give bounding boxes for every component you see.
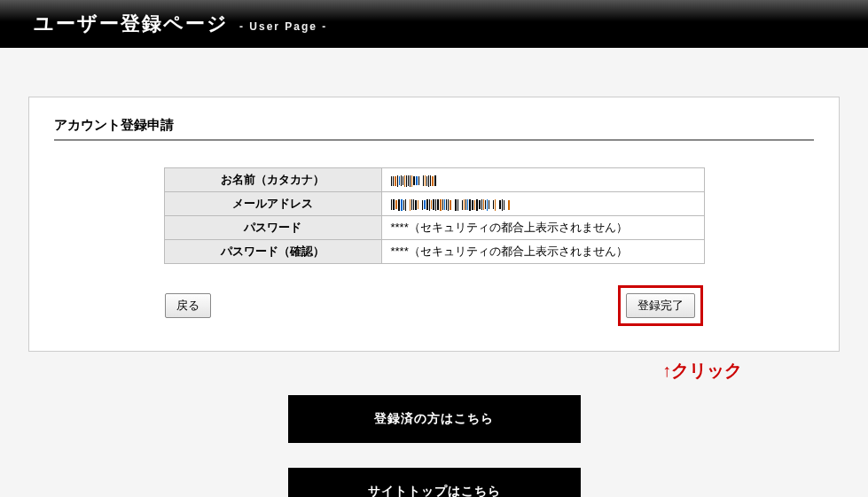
click-annotation: ↑クリック	[28, 359, 840, 383]
value-password: ****（セキュリティの都合上表示されません）	[381, 216, 704, 240]
page-subtitle: - User Page -	[239, 20, 327, 33]
label-password: パスワード	[164, 216, 381, 240]
back-button[interactable]: 戻る	[165, 293, 211, 318]
label-email: メールアドレス	[164, 192, 381, 216]
page-header: ユーザー登録ページ - User Page -	[0, 0, 868, 48]
table-row: お名前（カタカナ）	[164, 168, 704, 192]
already-registered-button[interactable]: 登録済の方はこちら	[288, 395, 581, 443]
obscured-name-value	[391, 174, 440, 187]
button-row: 戻る 登録完了	[54, 285, 814, 326]
site-top-button[interactable]: サイトトップはこちら	[288, 468, 581, 497]
obscured-email-value	[391, 198, 511, 211]
section-title: アカウント登録申請	[54, 117, 814, 141]
submit-highlight: 登録完了	[618, 285, 703, 326]
submit-button[interactable]: 登録完了	[626, 293, 695, 318]
value-password-confirm: ****（セキュリティの都合上表示されません）	[381, 240, 704, 264]
label-name: お名前（カタカナ）	[164, 168, 381, 192]
table-row: パスワード ****（セキュリティの都合上表示されません）	[164, 216, 704, 240]
page-title: ユーザー登録ページ	[34, 11, 229, 37]
label-password-confirm: パスワード（確認）	[164, 240, 381, 264]
table-row: メールアドレス	[164, 192, 704, 216]
value-email	[381, 192, 704, 216]
registration-card: アカウント登録申請 お名前（カタカナ） メールアドレス パスワード ****（セ…	[28, 97, 840, 352]
page-body: アカウント登録申請 お名前（カタカナ） メールアドレス パスワード ****（セ…	[0, 48, 868, 497]
value-name	[381, 168, 704, 192]
form-table: お名前（カタカナ） メールアドレス パスワード ****（セキュリティの都合上表…	[164, 167, 705, 264]
nav-buttons: 登録済の方はこちら サイトトップはこちら	[28, 395, 840, 497]
table-row: パスワード（確認） ****（セキュリティの都合上表示されません）	[164, 240, 704, 264]
